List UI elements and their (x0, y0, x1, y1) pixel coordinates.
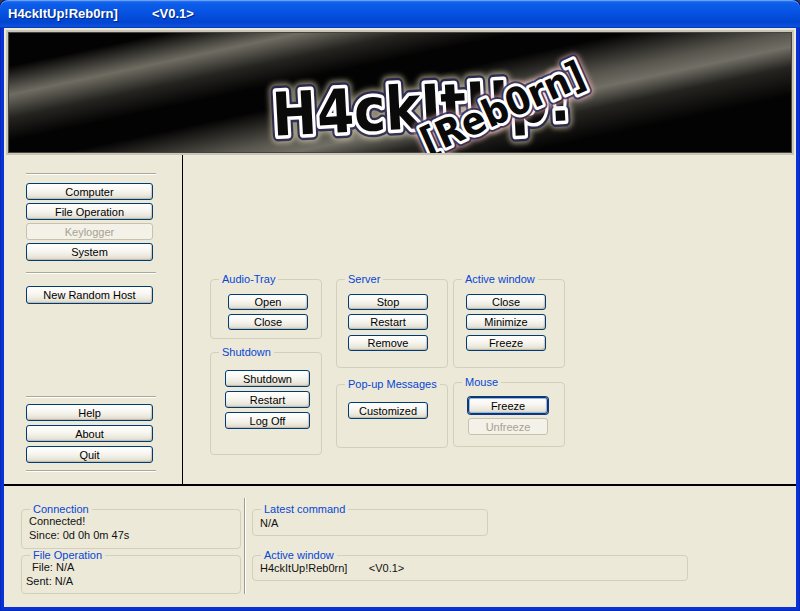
sidebar-separator-mid (26, 272, 156, 274)
sidebar-item-file-operation[interactable]: File Operation (26, 203, 153, 220)
about-button[interactable]: About (26, 425, 153, 442)
client-area: H4ckItUp! H4ckItUp! H4ckItUp! [Reb0rn] [… (4, 28, 796, 607)
group-audio-tray-title: Audio-Tray (219, 273, 278, 285)
server-restart-button[interactable]: Restart (348, 314, 428, 330)
active-window-freeze-button[interactable]: Freeze (466, 335, 546, 351)
shutdown-restart-button[interactable]: Restart (225, 391, 310, 408)
connection-since-text: Since: 0d 0h 0m 47s (29, 529, 129, 541)
mouse-freeze-button[interactable]: Freeze (468, 397, 548, 414)
quit-button[interactable]: Quit (26, 446, 153, 463)
group-mouse-title: Mouse (462, 376, 501, 388)
main-status-divider (4, 484, 796, 486)
sidebar-separator-footer-top (26, 396, 156, 398)
active-window-status-value: H4ckItUp!Reb0rn] <V0.1> (260, 562, 404, 574)
file-operation-sent-text: Sent: N/A (26, 575, 73, 587)
group-popup-messages-title: Pop-up Messages (345, 378, 440, 390)
titlebar[interactable]: H4ckItUp!Reb0rn] <V0.1> (0, 0, 800, 28)
group-connection-title: Connection (30, 503, 92, 515)
sidebar-item-keylogger: Keylogger (26, 223, 153, 240)
audio-tray-open-button[interactable]: Open (228, 294, 308, 310)
sidebar-separator-top (26, 173, 156, 175)
group-active-window-title: Active window (462, 273, 538, 285)
file-operation-file-text: File: N/A (26, 561, 74, 573)
sidebar-item-computer[interactable]: Computer (26, 183, 153, 200)
window-title: H4ckItUp!Reb0rn] (8, 6, 118, 21)
group-shutdown-title: Shutdown (219, 346, 274, 358)
sidebar-item-system[interactable]: System (26, 243, 153, 261)
banner-image: H4ckItUp! H4ckItUp! H4ckItUp! [Reb0rn] [… (6, 30, 794, 155)
server-stop-button[interactable]: Stop (348, 294, 428, 310)
window-version: <V0.1> (152, 6, 194, 21)
audio-tray-close-button[interactable]: Close (228, 314, 308, 330)
sidebar-main-divider (182, 155, 183, 484)
status-column-divider (244, 498, 246, 594)
mouse-unfreeze-button: Unfreeze (468, 418, 548, 435)
group-active-window-status-title: Active window (261, 549, 337, 561)
popup-customized-button[interactable]: Customized (348, 402, 428, 419)
logo-graphic: H4ckItUp! H4ckItUp! H4ckItUp! [Reb0rn] [… (8, 32, 792, 153)
sidebar-separator-bottom (26, 470, 156, 472)
group-file-operation-title: File Operation (30, 549, 105, 561)
group-server-title: Server (345, 273, 383, 285)
active-window-minimize-button[interactable]: Minimize (466, 314, 546, 330)
new-random-host-button[interactable]: New Random Host (26, 286, 153, 304)
help-button[interactable]: Help (26, 404, 153, 421)
group-mouse: Mouse (453, 382, 565, 447)
group-latest-command-title: Latest command (261, 503, 348, 515)
app-window: H4ckItUp!Reb0rn] <V0.1> H4ckItUp! H4ckIt… (0, 0, 800, 611)
latest-command-value: N/A (260, 517, 278, 529)
connection-state-text: Connected! (29, 515, 85, 527)
shutdown-logoff-button[interactable]: Log Off (225, 412, 310, 429)
shutdown-shutdown-button[interactable]: Shutdown (225, 370, 310, 387)
server-remove-button[interactable]: Remove (348, 335, 428, 351)
active-window-close-button[interactable]: Close (466, 294, 546, 310)
group-latest-command: Latest command (252, 509, 488, 536)
